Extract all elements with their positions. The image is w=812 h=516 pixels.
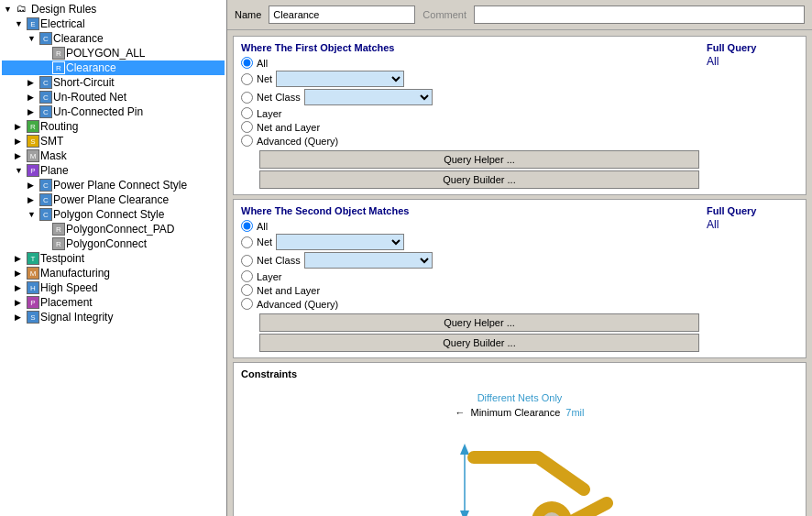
plane-expand-icon[interactable]: ▼ [15, 166, 26, 175]
first-match-all-radio[interactable] [241, 57, 253, 69]
first-full-query-label: Full Query [707, 42, 798, 53]
root-icon: 🗂 [16, 3, 29, 16]
clearance-group-label: Clearance [53, 32, 104, 45]
tree-smt[interactable]: ▶ S SMT [2, 134, 225, 148]
second-match-layer-row: Layer [241, 270, 699, 282]
ppclr-expand-icon[interactable]: ▶ [27, 195, 38, 204]
name-input[interactable] [269, 5, 415, 24]
first-match-title: Where The First Object Matches [241, 42, 699, 53]
un-connected-icon: C [39, 105, 52, 118]
tree-polygon-all[interactable]: R POLYGON_ALL [2, 46, 225, 60]
second-query-helper-btn[interactable]: Query Helper ... [259, 313, 699, 332]
un-routed-icon: C [39, 91, 52, 104]
first-match-net-radio[interactable] [241, 73, 253, 85]
tree-short-circuit[interactable]: ▶ C Short-Circuit [2, 75, 225, 90]
hs-icon: H [27, 281, 39, 294]
short-circuit-expand-icon[interactable]: ▶ [27, 78, 38, 87]
second-match-netclass-radio[interactable] [241, 255, 253, 267]
second-match-net-radio[interactable] [241, 236, 253, 248]
first-match-left: Where The First Object Matches All Net N… [241, 42, 699, 189]
second-query-builder-btn[interactable]: Query Builder ... [259, 334, 699, 352]
hs-expand-icon[interactable]: ▶ [15, 283, 26, 292]
si-expand-icon[interactable]: ▶ [15, 313, 26, 322]
pcp-label: PolygonConnect_PAD [66, 223, 175, 236]
first-match-netclass-radio[interactable] [241, 92, 253, 104]
first-query-helper-btn[interactable]: Query Helper ... [259, 150, 699, 169]
second-match-right: Full Query All [707, 205, 798, 352]
tree-un-routed-net[interactable]: ▶ C Un-Routed Net [2, 90, 225, 104]
first-match-advanced-row: Advanced (Query) [241, 135, 699, 147]
first-match-layer-radio[interactable] [241, 107, 253, 119]
mfg-expand-icon[interactable]: ▶ [15, 269, 26, 278]
mask-label: Mask [40, 149, 67, 162]
pc-icon: R [52, 237, 65, 250]
hs-label: High Speed [40, 281, 98, 294]
svg-marker-2 [460, 511, 469, 516]
pcs-expand-icon[interactable]: ▼ [27, 210, 38, 219]
pcs-label: Polygon Connect Style [53, 208, 164, 221]
first-match-net-select[interactable] [276, 71, 404, 87]
tree-polygon-connect-pad[interactable]: R PolygonConnect_PAD [2, 222, 225, 236]
placement-expand-icon[interactable]: ▶ [15, 298, 26, 307]
first-match-netlayer-row: Net and Layer [241, 121, 699, 133]
first-match-netclass-select[interactable] [304, 89, 433, 105]
second-match-netclass-row: Net Class [241, 252, 699, 269]
ppc-expand-icon[interactable]: ▶ [27, 181, 38, 190]
un-connected-expand-icon[interactable]: ▶ [27, 107, 38, 116]
second-match-advanced-radio[interactable] [241, 298, 253, 310]
tree-root[interactable]: ▼ 🗂 Design Rules [2, 2, 225, 16]
polygon-all-icon: R [52, 47, 65, 60]
tree-mask[interactable]: ▶ M Mask [2, 148, 225, 163]
mask-expand-icon[interactable]: ▶ [15, 151, 26, 160]
different-nets-label: Different Nets Only [259, 392, 780, 403]
first-match-netclass-row: Net Class [241, 89, 699, 105]
constraints-title: Constraints [241, 368, 798, 379]
second-match-all-row: All [241, 220, 699, 232]
tree-placement[interactable]: ▶ P Placement [2, 295, 225, 310]
tree-polygon-connect-style[interactable]: ▼ C Polygon Connect Style [2, 207, 225, 222]
svg-marker-1 [460, 444, 469, 455]
second-match-netclass-select[interactable] [304, 252, 433, 269]
second-match-netlayer-radio[interactable] [241, 284, 253, 296]
testpoint-expand-icon[interactable]: ▶ [15, 254, 26, 263]
second-match-advanced-row: Advanced (Query) [241, 298, 699, 310]
clearance-group-expand-icon[interactable]: ▼ [27, 34, 38, 43]
second-match-net-select[interactable] [276, 234, 404, 250]
tree-high-speed[interactable]: ▶ H High Speed [2, 280, 225, 295]
un-routed-expand-icon[interactable]: ▶ [27, 93, 38, 102]
first-match-netlayer-radio[interactable] [241, 121, 253, 133]
second-match-layer-radio[interactable] [241, 270, 253, 282]
tree-manufacturing[interactable]: ▶ M Manufacturing [2, 266, 225, 280]
routing-expand-icon[interactable]: ▶ [15, 122, 26, 131]
comment-input[interactable] [474, 5, 805, 24]
electrical-expand-icon[interactable]: ▼ [15, 19, 26, 28]
ppc-label: Power Plane Connect Style [53, 179, 187, 192]
electrical-label: Electrical [40, 17, 85, 30]
min-clearance-value[interactable]: 7mil [565, 407, 584, 418]
second-match-left: Where The Second Object Matches All Net … [241, 205, 699, 352]
tree-polygon-connect[interactable]: R PolygonConnect [2, 236, 225, 251]
tree-electrical[interactable]: ▼ E Electrical [2, 16, 225, 31]
tree-routing[interactable]: ▶ R Routing [2, 119, 225, 134]
smt-expand-icon[interactable]: ▶ [15, 137, 26, 146]
first-match-advanced-radio[interactable] [241, 135, 253, 147]
tree-clearance[interactable]: R Clearance [2, 60, 225, 75]
mask-icon: M [27, 149, 39, 162]
pcs-icon: C [39, 208, 52, 221]
second-match-all-label: All [257, 221, 268, 232]
first-query-builder-btn[interactable]: Query Builder ... [259, 170, 699, 189]
second-match-all-radio[interactable] [241, 220, 253, 232]
tree-power-plane-clearance[interactable]: ▶ C Power Plane Clearance [2, 192, 225, 207]
tree-clearance-group[interactable]: ▼ C Clearance [2, 31, 225, 46]
second-match-advanced-label: Advanced (Query) [257, 299, 338, 310]
pc-label: PolygonConnect [66, 237, 147, 250]
short-circuit-icon: C [39, 76, 52, 89]
tree-plane[interactable]: ▼ P Plane [2, 163, 225, 178]
second-full-query-label: Full Query [707, 205, 798, 216]
root-expand-icon[interactable]: ▼ [4, 5, 15, 14]
tree-un-connected-pin[interactable]: ▶ C Un-Connected Pin [2, 104, 225, 119]
tree-power-plane-connect[interactable]: ▶ C Power Plane Connect Style [2, 178, 225, 192]
mfg-label: Manufacturing [40, 267, 110, 280]
tree-signal-integrity[interactable]: ▶ S Signal Integrity [2, 310, 225, 324]
tree-testpoint[interactable]: ▶ T Testpoint [2, 251, 225, 266]
